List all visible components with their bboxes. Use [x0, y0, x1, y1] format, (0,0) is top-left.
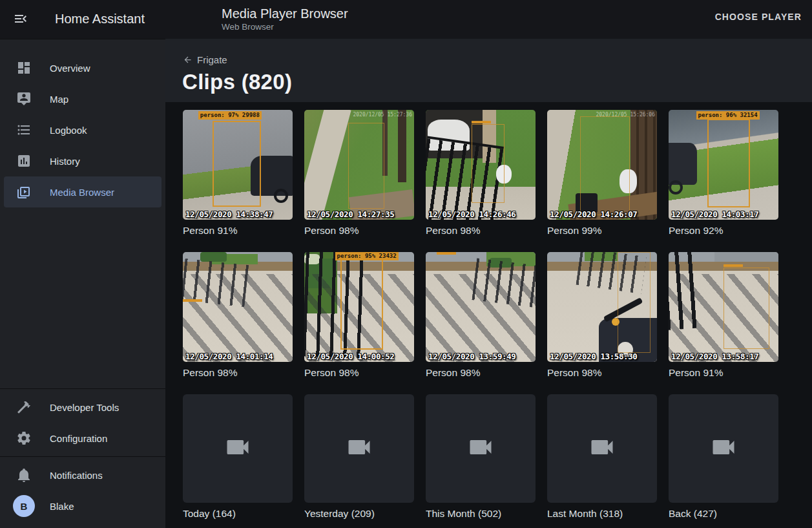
hammer-icon — [16, 399, 32, 415]
panel-title-block: Media Player Browser Web Browser — [222, 6, 348, 33]
folder-thumbnail[interactable] — [426, 394, 536, 503]
detection-bbox — [724, 268, 769, 349]
sidebar-item-logbook[interactable]: Logbook — [4, 114, 161, 145]
folder-thumbnail[interactable] — [547, 394, 657, 503]
detection-label-small — [724, 264, 743, 267]
scene-gate — [669, 252, 704, 330]
folder-label: Back (427) — [669, 507, 778, 520]
clip-item[interactable]: 12/05/2020 13:58:17 Person 91% — [669, 252, 778, 379]
folder-thumbnail[interactable] — [669, 394, 778, 503]
folder-label: Last Month (318) — [547, 507, 657, 520]
folder-thumbnail[interactable] — [304, 394, 414, 503]
folder-item-last-month[interactable]: Last Month (318) — [547, 394, 657, 520]
sidebar-toggle-button[interactable] — [9, 8, 32, 31]
detection-label-small — [437, 252, 456, 255]
folder-item-back[interactable]: Back (427) — [669, 394, 778, 520]
scene-shadow-stripes — [426, 274, 536, 362]
clip-thumbnail[interactable]: 2020/12/05 15:27:36 12/05/2020 14:27:35 — [304, 110, 414, 220]
play-box-multiple-icon — [16, 184, 32, 200]
sidebar-spacer — [0, 207, 165, 386]
clip-timestamp-overlay: 12/05/2020 13:58:30 — [550, 352, 637, 361]
clip-timestamp-overlay: 12/05/2020 13:59:49 — [428, 352, 515, 361]
map-account-icon — [16, 91, 32, 107]
clip-item[interactable]: person: 96% 32154 12/05/2020 14:03:17 Pe… — [669, 110, 778, 237]
scene-shadow-stripes — [183, 274, 293, 362]
clip-thumbnail[interactable]: person: 95% 23432 12/05/2020 14:00:52 — [304, 252, 414, 362]
folder-item-today[interactable]: Today (164) — [183, 394, 293, 520]
folder-label: Yesterday (209) — [304, 507, 414, 520]
sidebar-top-pad — [0, 39, 165, 52]
detection-bbox — [340, 259, 383, 350]
app-title: Home Assistant — [55, 12, 145, 26]
sidebar-item-history[interactable]: History — [4, 145, 161, 176]
clip-caption: Person 98% — [304, 366, 414, 379]
clip-item[interactable]: 12/05/2020 14:26:46 Person 98% — [426, 110, 536, 237]
clip-thumbnail[interactable]: person: 96% 32154 12/05/2020 14:03:17 — [669, 110, 778, 220]
sidebar-item-label: Map — [50, 94, 68, 105]
clip-thumbnail[interactable]: 12/05/2020 14:26:46 — [426, 110, 536, 220]
clip-caption: Person 99% — [547, 224, 657, 237]
clip-caption: Person 98% — [426, 366, 536, 379]
sidebar-item-user-profile[interactable]: B Blake — [4, 491, 161, 522]
clip-timestamp-overlay: 12/05/2020 14:00:52 — [307, 352, 394, 361]
sidebar-item-label: Media Browser — [50, 187, 114, 198]
breadcrumb-back-frigate[interactable]: Frigate — [183, 54, 227, 65]
clip-thumbnail[interactable]: 2020/12/05 15:26:06 12/05/2020 14:26:07 — [547, 110, 657, 220]
clip-item[interactable]: 12/05/2020 14:01:14 Person 98% — [183, 252, 293, 379]
scene-post — [398, 110, 407, 182]
clip-item[interactable]: 2020/12/05 15:26:06 12/05/2020 14:26:07 … — [547, 110, 657, 237]
clip-item[interactable]: 12/05/2020 13:58:30 Person 98% — [547, 252, 657, 379]
choose-player-button[interactable]: CHOOSE PLAYER — [715, 12, 802, 22]
video-camera-icon — [218, 433, 257, 464]
clip-thumbnail[interactable]: person: 97% 29988 12/05/2020 14:38:47 — [183, 110, 293, 220]
detection-label: person: 95% 23432 — [335, 252, 399, 260]
clip-item[interactable]: person: 95% 23432 12/05/2020 14:00:52 Pe… — [304, 252, 414, 379]
clip-timestamp-overlay: 12/05/2020 14:01:14 — [185, 352, 273, 361]
sidebar: Overview Map Logbook History Media Brows… — [0, 39, 165, 528]
chart-box-icon — [16, 153, 32, 169]
video-camera-icon — [340, 433, 379, 464]
menu-open-icon — [13, 19, 28, 28]
panel-subtitle: Web Browser — [222, 21, 348, 33]
folder-thumbnail[interactable] — [183, 394, 293, 503]
detection-label: person: 96% 32154 — [696, 111, 760, 120]
folder-label: Today (164) — [183, 507, 293, 520]
clip-thumbnail[interactable]: 12/05/2020 13:58:17 — [669, 252, 778, 362]
video-camera-icon — [461, 433, 500, 464]
clip-thumbnail[interactable]: 12/05/2020 13:58:30 — [547, 252, 657, 362]
arrow-left-icon — [183, 55, 197, 65]
sidebar-item-media-browser[interactable]: Media Browser — [4, 176, 161, 207]
folder-item-this-month[interactable]: This Month (502) — [426, 394, 536, 520]
video-camera-icon — [583, 433, 621, 464]
detection-bbox — [707, 119, 750, 208]
sidebar-item-label: Notifications — [50, 470, 103, 481]
app-bar: Home Assistant Media Player Browser Web … — [0, 0, 812, 39]
bell-icon — [16, 467, 32, 483]
clip-timestamp-overlay: 12/05/2020 14:27:35 — [307, 209, 394, 219]
clip-caption: Person 92% — [669, 224, 778, 237]
sidebar-item-notifications[interactable]: Notifications — [4, 459, 161, 491]
sidebar-item-label: Overview — [50, 63, 90, 74]
sidebar-item-overview[interactable]: Overview — [4, 52, 161, 83]
clip-item[interactable]: 12/05/2020 13:59:49 Person 98% — [426, 252, 536, 379]
clip-thumbnail[interactable]: 12/05/2020 13:59:49 — [426, 252, 536, 362]
clip-thumbnail[interactable]: 12/05/2020 14:01:14 — [183, 252, 293, 362]
dashboard-icon — [16, 60, 32, 76]
scene-street — [714, 252, 778, 262]
clip-item[interactable]: 2020/12/05 15:27:36 12/05/2020 14:27:35 … — [304, 110, 414, 237]
sidebar-divider — [0, 388, 165, 389]
detection-bbox — [472, 124, 505, 203]
sidebar-item-label: Configuration — [50, 433, 107, 444]
sidebar-item-developer-tools[interactable]: Developer Tools — [4, 392, 161, 423]
media-grid-inner: person: 97% 29988 12/05/2020 14:38:47 Pe… — [183, 110, 812, 520]
folder-item-yesterday[interactable]: Yesterday (209) — [304, 394, 414, 520]
sidebar-item-map[interactable]: Map — [4, 83, 161, 114]
clip-timestamp-overlay: 12/05/2020 13:58:17 — [671, 352, 758, 361]
sidebar-divider — [0, 456, 165, 457]
sidebar-item-configuration[interactable]: Configuration — [4, 423, 161, 454]
clip-caption: Person 98% — [426, 224, 536, 237]
detection-label-small — [472, 121, 491, 123]
video-camera-icon — [704, 433, 743, 464]
camera-timestamp-overlay: 2020/12/05 15:26:06 — [596, 112, 655, 118]
clip-item[interactable]: person: 97% 29988 12/05/2020 14:38:47 Pe… — [183, 110, 293, 237]
